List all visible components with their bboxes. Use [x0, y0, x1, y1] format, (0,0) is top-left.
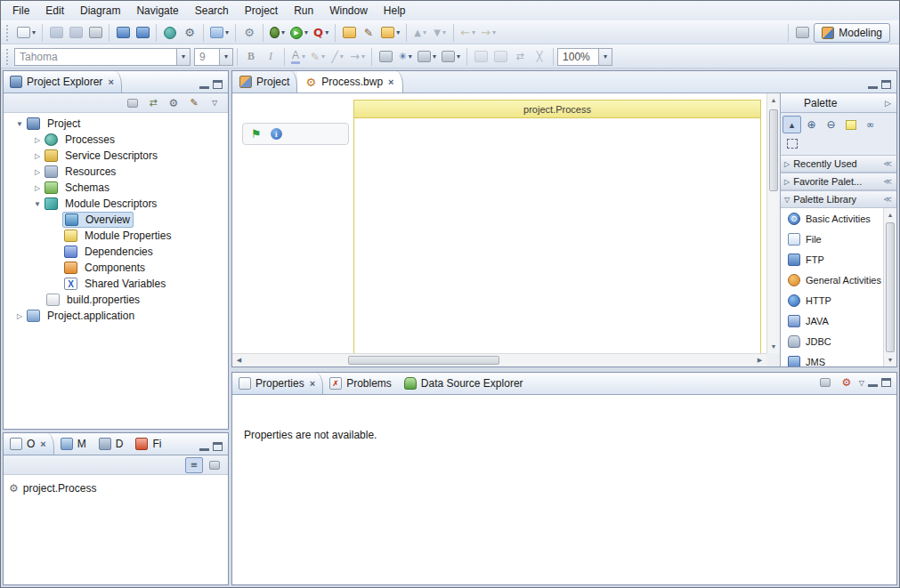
menu-navigate[interactable]: Navigate [128, 2, 186, 20]
palette-item-basic-activities[interactable]: ⚙ Basic Activities [781, 208, 883, 229]
select-tool-button[interactable]: ▴ [782, 116, 801, 133]
close-icon[interactable]: × [107, 77, 114, 87]
palette-header[interactable]: Palette ▷ [781, 93, 896, 113]
tab-project-editor[interactable]: Project [232, 71, 297, 93]
tree-item-dependencies[interactable]: Dependencies [4, 244, 228, 260]
tab-outline[interactable]: O × [4, 433, 54, 455]
canvas-horizontal-scrollbar[interactable]: ◀ ▶ [232, 353, 766, 366]
menu-file[interactable]: File [4, 2, 37, 20]
menu-edit[interactable]: Edit [37, 2, 72, 20]
twistie-expanded-icon[interactable]: ▼ [30, 200, 45, 208]
tree-item-processes[interactable]: ▷ Processes [4, 132, 228, 148]
palette-section-favorite[interactable]: ▷ Favorite Palet... ≪ [781, 173, 896, 190]
snap-dropdown-button[interactable]: ✳▾ [395, 47, 415, 67]
close-icon[interactable]: × [39, 439, 46, 449]
align-center-button[interactable] [491, 47, 510, 67]
folder-settings-dropdown-button[interactable]: ▾ [378, 23, 402, 43]
close-icon[interactable]: × [309, 378, 316, 389]
scrollbar-thumb[interactable] [886, 222, 895, 352]
scrollbar-thumb[interactable] [769, 109, 778, 191]
save-all-button[interactable] [66, 23, 85, 43]
twistie-expanded-icon[interactable]: ▼ [12, 120, 27, 128]
view-menu-button[interactable]: ▽ [206, 95, 223, 111]
twistie-collapsed-icon[interactable]: ▷ [30, 152, 45, 160]
minimize-icon[interactable] [199, 80, 209, 89]
debug-dropdown-button[interactable]: ▾ [267, 23, 288, 43]
menu-project[interactable]: Project [237, 2, 286, 20]
maximize-icon[interactable] [213, 80, 223, 89]
tab-process-bwp[interactable]: ⚙ Process.bwp × [297, 71, 402, 93]
start-flag-icon[interactable]: ⚑ [251, 128, 262, 140]
tree-item-shared-variables[interactable]: X Shared Variables [4, 276, 228, 292]
menu-search[interactable]: Search [187, 2, 237, 20]
tree-item-service-descriptors[interactable]: ▷ Service Descriptors [4, 148, 228, 164]
collapse-all-button[interactable] [124, 95, 142, 111]
tab-properties[interactable]: Properties × [232, 373, 323, 394]
align-left-button[interactable] [471, 47, 491, 67]
font-size-combo[interactable]: 9 ▾ [194, 48, 233, 66]
show-advanced-button[interactable]: ⚙ [838, 375, 855, 391]
scroll-left-icon[interactable]: ◀ [232, 354, 246, 366]
layout-dropdown-button[interactable]: ▾ [415, 47, 439, 67]
palette-item-jdbc[interactable]: JDBC [781, 331, 883, 351]
chevron-down-icon[interactable]: ▾ [598, 49, 612, 65]
maximize-icon[interactable] [881, 378, 891, 387]
info-icon[interactable]: i [271, 128, 282, 140]
process-header[interactable]: project.Process [354, 101, 760, 118]
scrollbar-thumb[interactable] [348, 356, 499, 365]
new-wizard-button[interactable]: ▾ [14, 23, 38, 43]
scroll-track[interactable] [767, 194, 780, 340]
zoom-in-button[interactable]: ⊕ [802, 116, 821, 133]
note-tool-button[interactable] [841, 116, 860, 133]
font-color-dropdown-button[interactable]: A▾ [288, 47, 308, 67]
run-dropdown-button[interactable]: ▶▾ [288, 23, 311, 43]
tree-item-resources[interactable]: ▷ Resources [4, 164, 228, 180]
tree-item-components[interactable]: Components [4, 260, 228, 276]
menu-diagram[interactable]: Diagram [72, 2, 128, 20]
profile-dropdown-button[interactable]: Q▾ [311, 23, 331, 43]
outline-item[interactable]: ⚙ project.Process [9, 480, 228, 496]
fill-color-dropdown-button[interactable]: ✎▾ [308, 47, 328, 67]
scroll-up-icon[interactable]: ▲ [767, 93, 780, 107]
maximize-icon[interactable] [881, 80, 891, 89]
forward-dropdown-button[interactable]: →▾ [478, 23, 499, 43]
previous-annotation-button[interactable]: ▲▾ [410, 23, 430, 43]
pin-open-icon[interactable]: ≪ [884, 159, 892, 168]
menu-window[interactable]: Window [321, 2, 376, 20]
palette-item-general-activities[interactable]: General Activities [781, 270, 883, 290]
focus-button[interactable]: ✎ [185, 95, 203, 111]
tab-data-source-explorer[interactable]: Data Source Explorer [398, 373, 530, 394]
pin-view-button[interactable] [816, 375, 834, 391]
link-with-editor-button[interactable]: ⇄ [144, 95, 162, 111]
close-icon[interactable]: × [387, 77, 394, 87]
arrow-style-dropdown-button[interactable]: →▾ [347, 47, 368, 67]
palette-item-jms[interactable]: JMS [781, 351, 883, 366]
save-button[interactable] [46, 23, 66, 43]
tree-item-overview[interactable]: Overview [4, 212, 228, 228]
font-family-combo[interactable]: Tahoma ▾ [14, 48, 191, 66]
arrange-dropdown-button[interactable]: ▾ [439, 47, 463, 67]
twistie-collapsed-icon[interactable]: ▷ [30, 184, 45, 192]
chevron-down-icon[interactable]: ▾ [219, 49, 232, 65]
twistie-collapsed-icon[interactable]: ▷ [12, 312, 27, 320]
process-canvas[interactable]: ⚑ i project.Process ▲ ▼ [232, 93, 780, 366]
open-perspective-button[interactable] [792, 23, 812, 43]
toolbar-grip[interactable] [6, 49, 10, 65]
print-button[interactable] [85, 23, 105, 43]
back-dropdown-button[interactable]: ←▾ [458, 23, 478, 43]
canvas-vertical-scrollbar[interactable]: ▲ ▼ [766, 93, 780, 353]
capability-button[interactable] [160, 23, 180, 43]
palette-section-recently-used[interactable]: ▷ Recently Used ≪ [781, 155, 896, 173]
collapse-palette-icon[interactable]: ▷ [885, 99, 891, 108]
palette-section-library[interactable]: ▽ Palette Library ≪ [781, 190, 896, 208]
palette-item-file[interactable]: File [781, 229, 883, 249]
thumbnail-mode-button[interactable] [206, 457, 223, 473]
filters-button[interactable]: ⚙ [165, 95, 182, 111]
scroll-track[interactable] [499, 354, 753, 366]
palette-item-ftp[interactable]: FTP [781, 249, 883, 270]
italic-button[interactable]: I [261, 47, 280, 67]
line-style-dropdown-button[interactable]: ╱▾ [328, 47, 347, 67]
marquee-tool-button[interactable] [782, 134, 801, 152]
bold-button[interactable]: B [241, 47, 261, 67]
chevron-down-icon[interactable]: ▾ [176, 49, 190, 65]
